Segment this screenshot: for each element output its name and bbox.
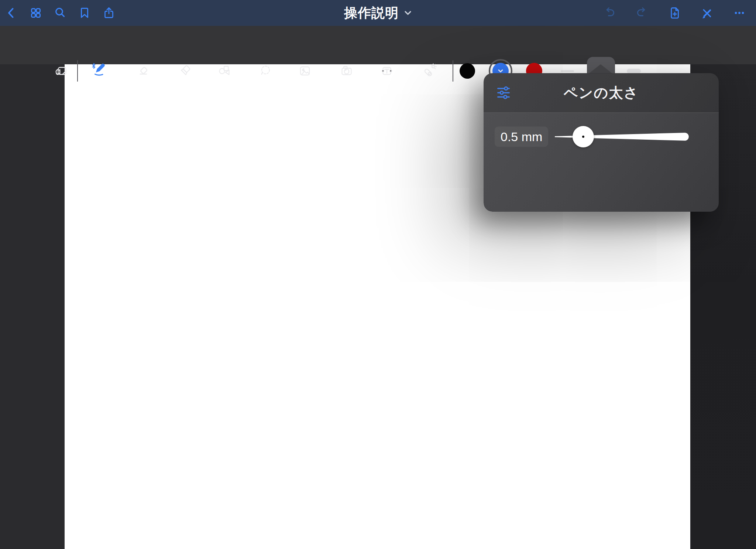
thin-stroke-icon bbox=[561, 70, 574, 72]
navbar-right-group bbox=[601, 0, 748, 26]
elements-icon bbox=[53, 63, 69, 79]
camera-icon bbox=[339, 63, 355, 79]
thickness-value-label: 0.5 mm bbox=[495, 127, 548, 147]
page-title: 操作説明 bbox=[344, 4, 399, 22]
photo-tool-button[interactable] bbox=[297, 63, 313, 79]
more-button[interactable] bbox=[731, 5, 748, 21]
popover-header: ペンの太さ bbox=[484, 73, 719, 113]
toolbar-divider bbox=[453, 60, 453, 82]
redo-button[interactable] bbox=[634, 5, 650, 21]
shapes-tool-button[interactable] bbox=[217, 63, 233, 79]
document-title-menu[interactable]: 操作説明 bbox=[344, 0, 412, 26]
navbar-left-group bbox=[3, 0, 117, 26]
tools-toolbar bbox=[0, 26, 756, 64]
undo-button[interactable] bbox=[601, 5, 618, 21]
canvas-margin-left bbox=[0, 64, 65, 549]
highlighter-icon bbox=[176, 63, 193, 79]
laser-pointer-tool-button[interactable] bbox=[421, 63, 437, 79]
stylus-disconnect-icon bbox=[700, 6, 714, 20]
bookmark-icon bbox=[78, 6, 91, 20]
pen-thickness-popover: ペンの太さ 0.5 mm bbox=[484, 73, 719, 212]
photo-icon bbox=[297, 63, 313, 79]
undo-icon bbox=[603, 6, 616, 20]
lasso-tool-button[interactable] bbox=[257, 63, 274, 79]
popover-title: ペンの太さ bbox=[484, 83, 719, 102]
share-button[interactable] bbox=[101, 5, 117, 21]
eraser-icon bbox=[136, 63, 152, 79]
share-icon bbox=[102, 6, 116, 20]
back-button[interactable] bbox=[3, 5, 20, 21]
goodnotes-app: 操作説明 bbox=[0, 0, 756, 549]
toolbar-divider bbox=[77, 60, 78, 82]
shapes-icon bbox=[217, 63, 233, 79]
pen-thickness-slider[interactable] bbox=[555, 132, 693, 141]
laser-pointer-icon bbox=[421, 63, 437, 79]
sliders-icon bbox=[495, 84, 512, 101]
pen-settings-button[interactable] bbox=[494, 83, 513, 102]
eraser-tool-button[interactable] bbox=[136, 63, 152, 79]
redo-icon bbox=[635, 6, 649, 20]
page-grid-icon bbox=[29, 6, 42, 20]
search-button[interactable] bbox=[52, 5, 68, 21]
more-icon bbox=[733, 6, 746, 20]
page-grid-button[interactable] bbox=[28, 5, 44, 21]
color-swatch-black[interactable] bbox=[460, 63, 475, 79]
camera-tool-button[interactable] bbox=[339, 63, 355, 79]
highlighter-tool-button[interactable] bbox=[176, 63, 193, 79]
popover-body: 0.5 mm bbox=[484, 113, 719, 212]
search-icon bbox=[54, 6, 67, 20]
text-icon bbox=[379, 63, 395, 79]
elements-tool-button[interactable] bbox=[53, 63, 69, 79]
text-tool-button[interactable] bbox=[379, 63, 395, 79]
thick-stroke-icon bbox=[627, 69, 641, 74]
chevron-down-icon bbox=[404, 9, 412, 17]
navbar: 操作説明 bbox=[0, 0, 756, 26]
pen-tool-button[interactable] bbox=[90, 63, 107, 79]
stylus-disconnect-button[interactable] bbox=[699, 5, 715, 21]
lasso-icon bbox=[257, 63, 274, 79]
slider-thumb[interactable] bbox=[573, 126, 594, 147]
add-page-button[interactable] bbox=[666, 5, 683, 21]
back-icon bbox=[5, 6, 18, 20]
add-page-icon bbox=[668, 6, 681, 20]
pen-bluetooth-icon bbox=[90, 63, 107, 79]
bookmark-button[interactable] bbox=[76, 5, 93, 21]
